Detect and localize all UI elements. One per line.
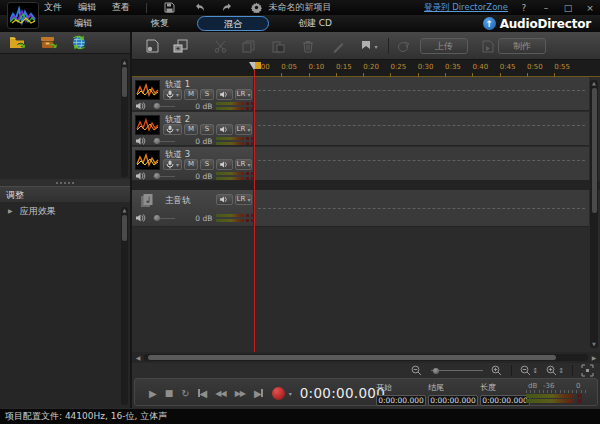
apply-effects-item[interactable]: ▶ 应用效果 bbox=[0, 203, 130, 219]
timeline-ruler[interactable]: 0:00 0:05 0:10 0:15 0:20 0:25 0:30 0:35 … bbox=[132, 60, 600, 77]
pan-button[interactable]: LR▾ bbox=[235, 89, 252, 100]
menu-file[interactable]: 文件 bbox=[44, 1, 62, 14]
import-file-icon[interactable] bbox=[9, 35, 27, 50]
solo-button[interactable]: S bbox=[200, 124, 214, 135]
draw-tool-icon[interactable] bbox=[330, 38, 346, 54]
master-pan-button[interactable]: LR▾ bbox=[235, 194, 252, 205]
length-time-field[interactable]: 0:00:00.000 bbox=[480, 395, 530, 406]
record-button[interactable] bbox=[272, 387, 285, 400]
master-volume-slider[interactable] bbox=[153, 218, 175, 219]
insert-media-icon[interactable] bbox=[172, 38, 188, 54]
master-track-name: 主音轨 bbox=[165, 195, 191, 207]
track-lane[interactable] bbox=[254, 147, 589, 181]
loop-button[interactable]: ↻ bbox=[181, 388, 188, 399]
app-window: 文件 编辑 查看 未命名的新项目 登录到 DirectorZone ? – □ … bbox=[0, 0, 600, 424]
produce-icon[interactable] bbox=[480, 38, 496, 54]
timeline-horizontal-scrollbar[interactable]: ◀ ▶ bbox=[132, 352, 600, 363]
pan-button[interactable]: LR▾ bbox=[235, 159, 252, 170]
copy-icon[interactable] bbox=[240, 38, 256, 54]
cut-icon[interactable] bbox=[212, 38, 228, 54]
track-lane[interactable] bbox=[254, 112, 589, 146]
mute-button[interactable]: M bbox=[184, 124, 198, 135]
save-icon[interactable] bbox=[163, 2, 176, 13]
upload-button[interactable]: 上传 bbox=[420, 38, 468, 54]
previous-button[interactable]: ◀ bbox=[198, 388, 207, 399]
tab-create-cd[interactable]: 创建 CD bbox=[281, 16, 349, 31]
stop-button[interactable]: ■ bbox=[165, 388, 173, 398]
end-label: 结尾 bbox=[428, 382, 478, 393]
waveform-thumbnail-icon[interactable] bbox=[135, 150, 160, 170]
marker-dropdown-button[interactable]: ▾ bbox=[356, 38, 382, 54]
track-speaker-button[interactable] bbox=[216, 89, 233, 100]
delete-icon[interactable] bbox=[300, 38, 316, 54]
record-arm-button[interactable]: ▾ bbox=[163, 124, 182, 135]
volume-speaker-icon bbox=[136, 214, 147, 222]
record-arm-button[interactable]: ▾ bbox=[163, 89, 182, 100]
ruler-tick: 0:05 bbox=[281, 60, 308, 77]
paste-icon[interactable] bbox=[270, 38, 286, 54]
next-button[interactable]: ▶ bbox=[254, 388, 263, 399]
solo-button[interactable]: S bbox=[200, 159, 214, 170]
mute-button[interactable]: M bbox=[184, 159, 198, 170]
volume-slider[interactable] bbox=[153, 106, 175, 107]
menu-view[interactable]: 查看 bbox=[112, 1, 130, 14]
end-time-field[interactable]: 0:00:00.000 bbox=[428, 395, 478, 406]
vertical-zoom-out-button[interactable]: ↕ bbox=[520, 365, 538, 377]
master-track-lane[interactable] bbox=[254, 190, 589, 227]
track-speaker-button[interactable] bbox=[216, 124, 233, 135]
start-label: 开始 bbox=[376, 382, 426, 393]
scroll-left-arrow-icon[interactable]: ◀ bbox=[132, 354, 144, 361]
solo-button[interactable]: S bbox=[200, 89, 214, 100]
effects-scrollbar[interactable]: ▲ bbox=[121, 207, 128, 405]
minimize-button[interactable]: – bbox=[540, 3, 552, 13]
tab-restore[interactable]: 恢复 bbox=[132, 16, 188, 31]
undo-icon[interactable] bbox=[192, 2, 205, 13]
vertical-zoom-in-button[interactable]: ↕ bbox=[546, 365, 564, 377]
pan-button[interactable]: LR▾ bbox=[235, 124, 252, 135]
menu-edit[interactable]: 编辑 bbox=[78, 1, 96, 14]
scroll-right-arrow-icon[interactable]: ▶ bbox=[588, 354, 600, 361]
zoom-slider[interactable] bbox=[431, 370, 483, 371]
media-library-panel[interactable] bbox=[0, 55, 130, 179]
volume-speaker-icon bbox=[136, 137, 147, 145]
record-arm-button[interactable]: ▾ bbox=[163, 159, 182, 170]
tracks-area: 轨道 1 ▾ M S LR▾ bbox=[132, 77, 600, 352]
help-button[interactable]: ? bbox=[518, 3, 530, 13]
rewind-button[interactable]: ◀◀ bbox=[215, 389, 225, 398]
mute-button[interactable]: M bbox=[184, 89, 198, 100]
import-archive-icon[interactable] bbox=[40, 35, 58, 50]
download-directorzone-icon[interactable] bbox=[71, 35, 87, 50]
produce-button[interactable]: 制作 bbox=[498, 38, 546, 54]
redo-icon[interactable] bbox=[221, 2, 234, 13]
master-speaker-button[interactable] bbox=[216, 194, 233, 205]
sidebar-splitter-handle[interactable] bbox=[0, 179, 130, 186]
library-scrollbar[interactable]: ▲ bbox=[121, 59, 128, 177]
tab-edit[interactable]: 编辑 bbox=[55, 16, 111, 31]
start-time-field[interactable]: 0:00:00.000 bbox=[376, 395, 426, 406]
zoom-out-button[interactable] bbox=[411, 365, 423, 377]
tracks-vertical-scrollbar[interactable]: ▲ ▼ bbox=[590, 80, 598, 348]
zoom-in-button[interactable] bbox=[491, 365, 503, 377]
media-sidebar: ▲ 调整 ▶ 应用效果 ▲ bbox=[0, 32, 130, 408]
track-speaker-button[interactable] bbox=[216, 159, 233, 170]
share-icon[interactable] bbox=[396, 38, 412, 54]
track-lane[interactable] bbox=[254, 77, 589, 111]
settings-gear-icon[interactable] bbox=[250, 2, 263, 13]
volume-slider[interactable] bbox=[153, 176, 175, 177]
track-row-3: 轨道 3 ▾ M S LR▾ bbox=[132, 147, 600, 181]
close-button[interactable]: × bbox=[584, 3, 596, 13]
volume-slider[interactable] bbox=[153, 141, 175, 142]
track-header: 轨道 2 ▾ M S LR▾ bbox=[132, 112, 254, 146]
maximize-button[interactable]: □ bbox=[562, 3, 574, 13]
ruler-tick: 0:50 bbox=[527, 60, 554, 77]
hscroll-thumb[interactable] bbox=[148, 355, 556, 360]
profile-settings-icon[interactable] bbox=[144, 38, 160, 54]
fit-timeline-button[interactable] bbox=[581, 364, 594, 377]
play-button[interactable]: ▶ bbox=[149, 388, 156, 399]
directorzone-login-link[interactable]: 登录到 DirectorZone bbox=[424, 2, 508, 14]
tab-mix[interactable]: 混合 bbox=[197, 16, 269, 31]
waveform-thumbnail-icon[interactable] bbox=[135, 80, 160, 100]
fast-forward-button[interactable]: ▶▶ bbox=[235, 389, 245, 398]
record-dropdown-arrow[interactable]: ▾ bbox=[289, 390, 292, 397]
waveform-thumbnail-icon[interactable] bbox=[135, 115, 160, 135]
